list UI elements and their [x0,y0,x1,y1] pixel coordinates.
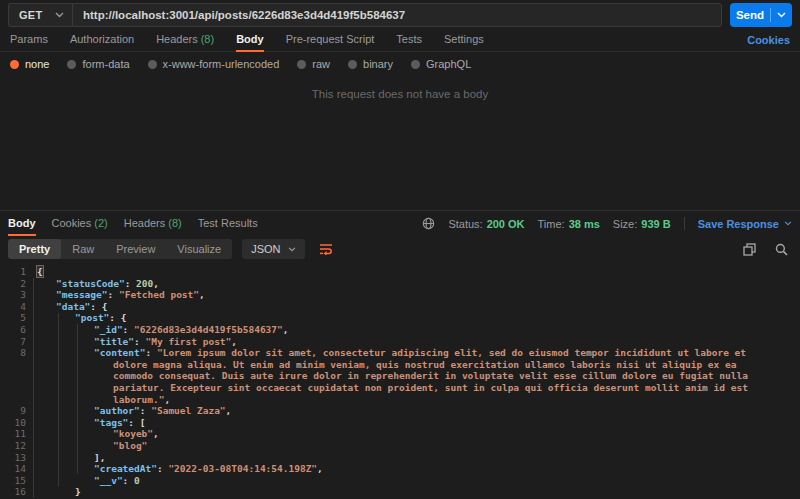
radio-label: form-data [82,58,129,70]
method-select[interactable]: GET [8,3,72,27]
url-input[interactable]: http://localhost:3001/api/posts/6226d83e… [72,3,722,27]
tab-label: Headers [124,217,166,229]
body-type-graphql[interactable]: GraphQL [411,58,471,70]
code-token: , [317,463,323,474]
code-line: 10"tags": [ [0,417,800,429]
code-token: "_id" [94,324,123,335]
code-line: 9"author": "Samuel Zaza", [0,405,800,417]
tab-label: Tests [396,33,422,45]
code-token: ], [94,452,105,463]
body-type-none[interactable]: none [10,58,49,70]
chevron-down-icon [288,247,296,252]
code-token: : [123,475,134,486]
send-button[interactable]: Send [730,3,792,27]
line-number: 4 [0,301,26,313]
code-token: : [134,336,145,347]
search-response-button[interactable] [770,239,792,259]
request-tab-pre-request-script[interactable]: Pre-request Script [286,33,375,51]
request-tabs-list: ParamsAuthorizationHeaders(8)BodyPre-req… [10,33,484,51]
body-type-binary[interactable]: binary [348,58,393,70]
code-line: 6"_id": "6226d83e3d4d419f5b584637", [0,324,800,336]
size-label: Size: [613,218,637,230]
code-token: : { [90,301,107,312]
request-tab-params[interactable]: Params [10,33,48,51]
tab-label: Body [8,217,36,229]
request-tab-settings[interactable]: Settings [444,33,484,51]
time-label: Time: [538,218,565,230]
radio-label: binary [363,58,393,70]
body-type-x-www-form-urlencoded[interactable]: x-www-form-urlencoded [148,58,280,70]
copy-response-button[interactable] [738,239,760,259]
radio-icon [148,60,157,69]
time-indicator: Time: 38 ms [538,218,600,230]
code-line: 12"blog" [0,440,800,452]
view-tab-pretty[interactable]: Pretty [8,239,61,259]
code-line: 16} [0,486,800,498]
code-line: 3"message": "Fetched post", [0,289,800,301]
tab-count-badge: (2) [94,217,107,229]
code-token: "Lorem ipsum dolor sit amet, consectetur… [113,347,754,404]
view-tab-visualize[interactable]: Visualize [166,239,232,259]
wrap-text-button[interactable] [315,239,337,259]
status-value: 200 OK [487,218,525,230]
body-type-raw[interactable]: raw [297,58,330,70]
copy-icon [743,243,756,256]
response-tab-cookies[interactable]: Cookies(2) [52,217,108,235]
request-tab-tests[interactable]: Tests [396,33,422,51]
response-tabs-list: BodyCookies(2)Headers(8)Test Results [8,217,258,235]
tab-label: Params [10,33,48,45]
radio-icon [297,60,306,69]
code-token: "Fetched post" [119,289,199,300]
tab-label: Cookies [52,217,92,229]
response-tab-test-results[interactable]: Test Results [198,217,258,235]
code-token: : [157,463,168,474]
view-tab-raw[interactable]: Raw [61,239,105,259]
code-token: , [153,278,159,289]
format-select[interactable]: JSON [242,239,304,259]
response-tab-body[interactable]: Body [8,217,36,236]
code-token: , [226,405,232,416]
request-tab-headers[interactable]: Headers(8) [156,33,214,51]
code-token: "title" [94,336,134,347]
code-line: 8"content": "Lorem ipsum dolor sit amet,… [0,347,800,405]
code-token: "koyeb" [113,428,153,439]
response-tab-headers[interactable]: Headers(8) [124,217,182,235]
code-line: 1{ [0,266,800,278]
code-token: "2022-03-08T04:14:54.198Z" [168,463,317,474]
response-body-viewer[interactable]: 1{2"statusCode": 200,3"message": "Fetche… [0,263,800,499]
code-line: 15"__v": 0 [0,475,800,487]
radio-label: raw [312,58,330,70]
code-token: , [153,428,159,439]
globe-icon[interactable] [422,217,435,230]
code-token: { [37,266,43,277]
code-token: , [164,394,170,405]
request-tab-body[interactable]: Body [236,33,264,52]
cookies-link[interactable]: Cookies [747,34,790,51]
view-tab-preview[interactable]: Preview [105,239,166,259]
request-body-panel: This request does not have a body [0,76,800,210]
tab-label: Pre-request Script [286,33,375,45]
code-token: "My first post" [146,336,232,347]
save-response-button[interactable]: Save Response [698,218,792,230]
send-split-divider [770,8,771,22]
request-tabs: ParamsAuthorizationHeaders(8)BodyPre-req… [0,30,800,52]
response-tabs-row: BodyCookies(2)Headers(8)Test Results Sta… [0,210,800,235]
body-type-radios: noneform-datax-www-form-urlencodedrawbin… [0,52,800,76]
code-token: "__v" [94,475,123,486]
request-tab-authorization[interactable]: Authorization [70,33,134,51]
chevron-down-icon[interactable] [777,12,786,18]
search-icon [775,243,788,256]
size-value: 939 B [641,218,670,230]
line-number: 8 [0,347,26,359]
radio-icon [348,60,357,69]
status-label: Status: [448,218,482,230]
postman-app: GET http://localhost:3001/api/posts/6226… [0,0,800,499]
line-number: 10 [0,417,26,429]
line-number: 14 [0,463,26,475]
response-meta: Status: 200 OK Time: 38 ms Size: 939 B S… [422,217,792,235]
body-type-form-data[interactable]: form-data [67,58,129,70]
request-url-bar: GET http://localhost:3001/api/posts/6226… [0,0,800,30]
line-number: 3 [0,289,26,301]
code-token: "6226d83e3d4d419f5b584637" [134,324,283,335]
code-token: 200 [136,278,153,289]
